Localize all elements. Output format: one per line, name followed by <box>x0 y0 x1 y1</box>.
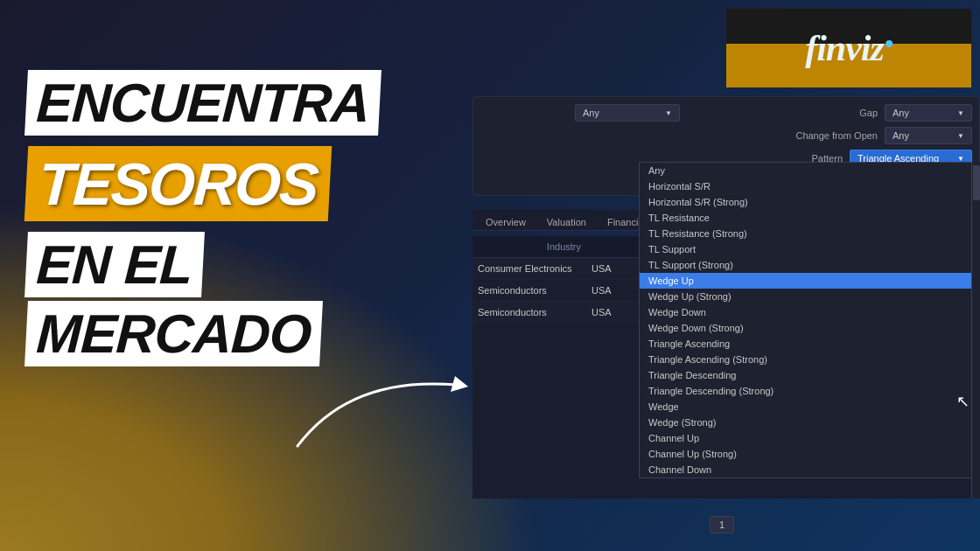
dropdown-item-triangle-descending[interactable]: Triangle Descending <box>640 367 979 383</box>
headline-line1: ENCUENTRA <box>24 70 382 136</box>
filter-select-any1[interactable]: Any ▼ <box>575 104 680 122</box>
finviz-logo-area: finviz <box>726 9 971 87</box>
right-panel: finviz Any ▼ Gap Any ▼ Change from Open … <box>464 0 980 551</box>
headline-line4-bg: MERCADO <box>24 301 323 366</box>
dropdown-item-wedge-down[interactable]: Wedge Down <box>640 304 979 320</box>
filter-select-change-open-value: Any <box>892 130 909 141</box>
filter-select-gap-value: Any <box>892 108 909 118</box>
dropdown-item-wedge-down-strong[interactable]: Wedge Down (Strong) <box>640 320 979 336</box>
dropdown-item-wedge[interactable]: Wedge <box>640 399 979 415</box>
headline-line4: MERCADO <box>35 303 312 364</box>
mouse-cursor: ↖ <box>956 392 970 411</box>
chevron-icon-gap: ▼ <box>957 109 964 117</box>
left-panel: ENCUENTRA TESOROS EN EL MERCADO <box>0 0 542 551</box>
tab-valuation[interactable]: Valuation <box>537 213 596 230</box>
filter-label-gap: Gap <box>790 108 878 118</box>
dropdown-item-wedge-up-strong[interactable]: Wedge Up (Strong) <box>640 289 979 304</box>
page-btn-1[interactable]: 1 <box>710 516 734 534</box>
dropdown-item-any[interactable]: Any <box>640 163 979 178</box>
filter-select-any1-value: Any <box>583 108 599 118</box>
filter-row-2: Change from Open Any ▼ <box>480 127 972 144</box>
headline-block: ENCUENTRA TESOROS EN EL MERCADO <box>26 70 525 366</box>
dropdown-item-channel-up-strong[interactable]: Channel Up (Strong) <box>640 446 979 462</box>
headline-line2-bg: TESOROS <box>24 146 332 221</box>
chevron-icon-change-open: ▼ <box>957 132 964 140</box>
headline-line3-bg: EN EL <box>24 232 205 297</box>
tab-overview[interactable]: Overview <box>476 213 536 230</box>
dropdown-item-channel-up[interactable]: Channel Up <box>640 430 979 446</box>
finviz-logo-text: finviz <box>805 27 892 69</box>
dropdown-menu[interactable]: Any Horizontal S/R Horizontal S/R (Stron… <box>639 162 980 478</box>
dropdown-scrollbar[interactable] <box>971 162 980 499</box>
dropdown-item-hs-r[interactable]: Horizontal S/R <box>640 178 979 194</box>
chevron-icon-1: ▼ <box>665 109 672 117</box>
dropdown-item-hs-r-strong[interactable]: Horizontal S/R (Strong) <box>640 194 979 210</box>
td-industry-1: Consumer Electronics <box>472 262 586 276</box>
dropdown-item-triangle-descending-strong[interactable]: Triangle Descending (Strong) <box>640 383 979 399</box>
th-industry: Industry <box>472 240 586 254</box>
filter-row-1: Any ▼ Gap Any ▼ <box>480 104 972 122</box>
filter-label-change-open: Change from Open <box>790 130 878 141</box>
dropdown-item-wedge-strong[interactable]: Wedge (Strong) <box>640 415 979 430</box>
scrollbar-thumb[interactable] <box>973 165 980 200</box>
headline-line3: EN EL <box>35 234 193 295</box>
headline-line2: TESOROS <box>37 150 318 217</box>
dropdown-item-tl-resistance-strong[interactable]: TL Resistance (Strong) <box>640 226 979 241</box>
dropdown-item-triangle-ascending[interactable]: Triangle Ascending <box>640 336 979 352</box>
dropdown-item-tl-support-strong[interactable]: TL Support (Strong) <box>640 257 979 273</box>
filter-select-change-open[interactable]: Any ▼ <box>885 127 972 144</box>
dropdown-item-tl-support[interactable]: TL Support <box>640 241 979 257</box>
dropdown-item-wedge-up[interactable]: Wedge Up <box>640 273 979 289</box>
dropdown-item-triangle-ascending-strong[interactable]: Triangle Ascending (Strong) <box>640 352 979 367</box>
filter-select-gap[interactable]: Any ▼ <box>885 104 972 122</box>
td-industry-3: Semiconductors <box>472 305 586 319</box>
finviz-logo-dot <box>886 40 892 47</box>
dropdown-item-tl-resistance[interactable]: TL Resistance <box>640 210 979 226</box>
pagination: 1 <box>464 516 980 534</box>
dropdown-item-channel-down[interactable]: Channel Down <box>640 462 979 478</box>
td-industry-2: Semiconductors <box>472 283 586 297</box>
